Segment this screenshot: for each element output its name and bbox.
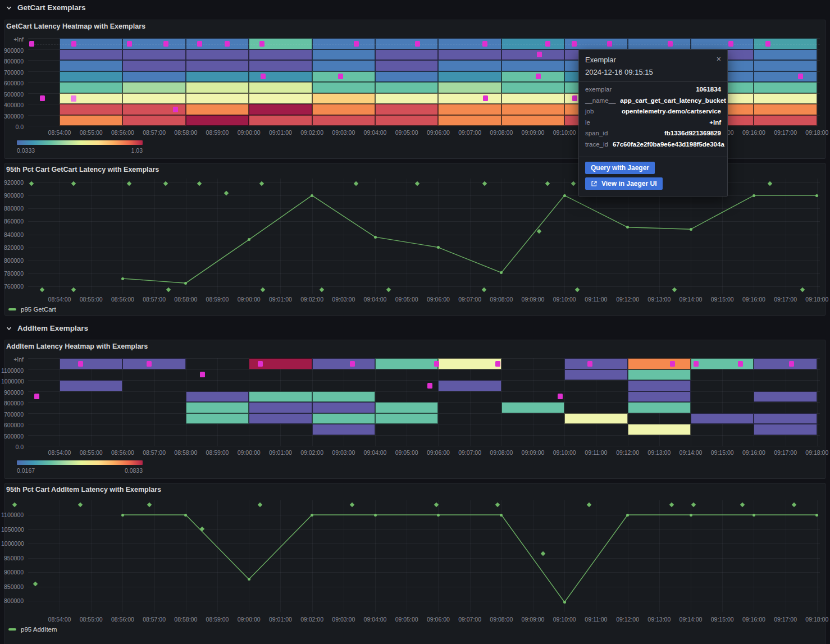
section-header-additem[interactable]: AddItem Exemplars bbox=[6, 324, 88, 332]
heatmap-cell[interactable] bbox=[312, 49, 375, 61]
heatmap-cell[interactable] bbox=[249, 60, 312, 71]
panel-title[interactable]: AddItem Latency Heatmap with Exemplars bbox=[6, 342, 148, 350]
heatmap-cell[interactable] bbox=[628, 391, 691, 403]
heatmap-cell[interactable] bbox=[754, 115, 817, 126]
exemplar-marker[interactable] bbox=[434, 361, 439, 367]
exemplar-marker[interactable] bbox=[173, 107, 178, 112]
heatmap-cell[interactable] bbox=[312, 60, 375, 71]
heatmap-cell[interactable] bbox=[691, 358, 754, 369]
heatmap-cell[interactable] bbox=[628, 358, 691, 369]
heatmap-cell[interactable] bbox=[754, 424, 817, 435]
exemplar-marker[interactable] bbox=[694, 361, 699, 367]
heatmap-cell[interactable] bbox=[249, 82, 312, 93]
series-point[interactable] bbox=[563, 194, 566, 197]
heatmap-cell[interactable] bbox=[375, 402, 438, 413]
series-point[interactable] bbox=[121, 514, 124, 517]
heatmap-cell[interactable] bbox=[438, 60, 501, 71]
heatmap-cell[interactable] bbox=[754, 358, 817, 369]
panel-title[interactable]: GetCart Latency Heatmap with Exemplars bbox=[6, 22, 145, 30]
heatmap-cell[interactable] bbox=[186, 49, 249, 61]
heatmap-cell[interactable] bbox=[754, 49, 817, 61]
exemplar-marker[interactable] bbox=[225, 41, 230, 47]
series-point[interactable] bbox=[248, 238, 250, 241]
heatmap-cell[interactable] bbox=[501, 71, 564, 83]
series-point[interactable] bbox=[690, 228, 692, 231]
heatmap-cell[interactable] bbox=[60, 93, 122, 104]
heatmap-cell[interactable] bbox=[438, 93, 501, 104]
heatmap-cell[interactable] bbox=[312, 104, 375, 115]
exemplar-marker[interactable] bbox=[607, 41, 612, 47]
heatmap-cell[interactable] bbox=[122, 71, 186, 83]
legend-item-p95-getcart[interactable]: p95 GetCart bbox=[8, 306, 56, 313]
heatmap-cell[interactable] bbox=[438, 49, 501, 61]
series-point[interactable] bbox=[753, 514, 755, 517]
heatmap-cell[interactable] bbox=[312, 391, 375, 403]
section-header-getcart[interactable]: GetCart Exemplars bbox=[6, 3, 86, 12]
heatmap-cell[interactable] bbox=[60, 115, 122, 126]
heatmap-cell[interactable] bbox=[501, 49, 564, 61]
series-point[interactable] bbox=[437, 246, 440, 249]
heatmap-cell[interactable] bbox=[186, 71, 249, 83]
heatmap-cell[interactable] bbox=[312, 413, 375, 424]
heatmap-cell[interactable] bbox=[501, 60, 564, 71]
heatmap-cell[interactable] bbox=[249, 413, 312, 424]
heatmap-cell[interactable] bbox=[186, 413, 249, 424]
series-point[interactable] bbox=[437, 514, 440, 517]
panel-title[interactable]: 95th Pct Cart AddItem Latency with Exemp… bbox=[6, 486, 161, 494]
series-point[interactable] bbox=[311, 514, 313, 517]
exemplar-marker[interactable] bbox=[536, 74, 541, 79]
exemplar-marker[interactable] bbox=[587, 361, 592, 367]
exemplar-marker[interactable] bbox=[261, 74, 266, 79]
exemplar-marker[interactable] bbox=[147, 361, 152, 367]
series-point[interactable] bbox=[815, 514, 818, 517]
exemplar-marker[interactable] bbox=[765, 41, 770, 47]
series-point[interactable] bbox=[248, 578, 250, 581]
heatmap-cell[interactable] bbox=[122, 93, 186, 104]
heatmap-cell[interactable] bbox=[249, 71, 312, 83]
heatmap-cell[interactable] bbox=[60, 49, 122, 61]
heatmap-cell[interactable] bbox=[564, 369, 628, 381]
heatmap-cell[interactable] bbox=[312, 424, 375, 435]
heatmap-cell[interactable] bbox=[438, 82, 501, 93]
heatmap-cell[interactable] bbox=[438, 380, 501, 391]
heatmap-cell[interactable] bbox=[438, 104, 501, 115]
heatmap-cell[interactable] bbox=[438, 71, 501, 83]
exemplar-marker[interactable] bbox=[127, 41, 132, 47]
exemplar-marker[interactable] bbox=[482, 41, 487, 47]
exemplar-marker[interactable] bbox=[259, 41, 264, 47]
heatmap-cell[interactable] bbox=[186, 104, 249, 115]
series-point[interactable] bbox=[121, 277, 124, 280]
exemplar-marker[interactable] bbox=[668, 41, 673, 47]
heatmap-cell[interactable] bbox=[122, 82, 186, 93]
heatmap-cell[interactable] bbox=[628, 402, 691, 413]
heatmap-cell[interactable] bbox=[754, 413, 817, 424]
heatmap-cell[interactable] bbox=[501, 82, 564, 93]
heatmap-cell[interactable] bbox=[186, 60, 249, 71]
exemplar-marker[interactable] bbox=[738, 361, 743, 367]
series-point[interactable] bbox=[563, 601, 566, 604]
heatmap-cell[interactable] bbox=[375, 71, 438, 83]
heatmap-cell[interactable] bbox=[754, 104, 817, 115]
heatmap-cell[interactable] bbox=[312, 358, 375, 369]
heatmap-cell[interactable] bbox=[312, 71, 375, 83]
exemplar-marker[interactable] bbox=[789, 361, 794, 367]
heatmap-cell[interactable] bbox=[186, 115, 249, 126]
heatmap-cell[interactable] bbox=[501, 115, 564, 126]
exemplar-marker[interactable] bbox=[572, 41, 577, 47]
heatmap-cell[interactable] bbox=[628, 369, 691, 381]
heatmap-cell[interactable] bbox=[60, 358, 122, 369]
heatmap-cell[interactable] bbox=[501, 104, 564, 115]
series-point[interactable] bbox=[374, 236, 377, 239]
heatmap-cell[interactable] bbox=[122, 358, 186, 369]
exemplar-marker[interactable] bbox=[71, 41, 76, 47]
heatmap-cell[interactable] bbox=[60, 380, 122, 391]
heatmap-cell[interactable] bbox=[60, 60, 122, 71]
exemplar-marker[interactable] bbox=[545, 41, 550, 47]
exemplar-marker[interactable] bbox=[495, 361, 500, 367]
exemplar-marker[interactable] bbox=[728, 41, 733, 47]
panel-title[interactable]: 95th Pct Cart GetCart Latency with Exemp… bbox=[6, 166, 159, 173]
exemplar-marker[interactable] bbox=[78, 361, 83, 367]
query-with-jaeger-button[interactable]: Query with Jaeger bbox=[585, 162, 655, 174]
series-point[interactable] bbox=[374, 514, 377, 517]
heatmap-cell[interactable] bbox=[438, 358, 501, 369]
